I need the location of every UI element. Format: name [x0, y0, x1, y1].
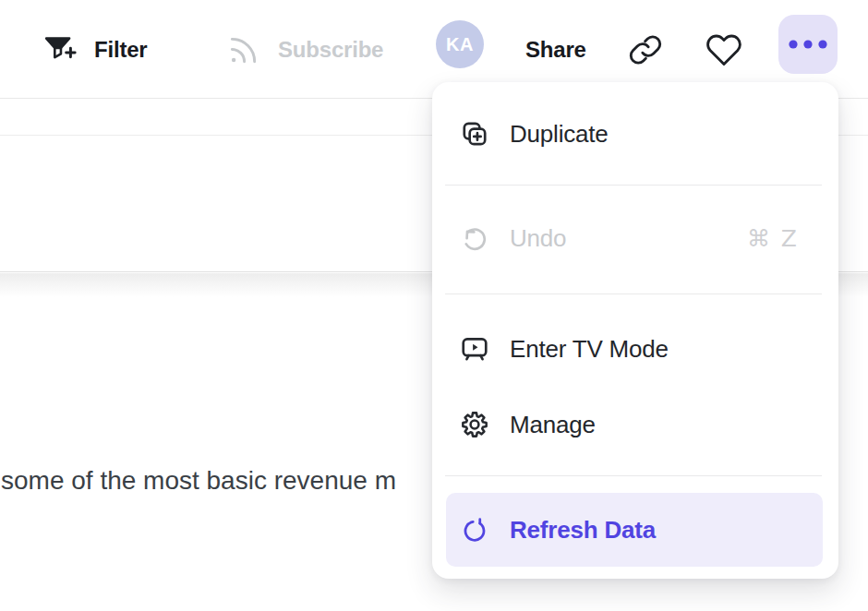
background-text: some of the most basic revenue m: [1, 464, 396, 497]
filter-button[interactable]: Filter: [42, 0, 147, 99]
menu-divider: [445, 294, 822, 294]
undo-icon: [460, 223, 489, 253]
menu-divider: [445, 185, 822, 186]
menu-item-label: Enter TV Mode: [510, 335, 669, 364]
subscribe-label: Subscribe: [278, 37, 383, 63]
filter-plus-icon: [42, 32, 78, 67]
avatar-initials: KA: [446, 34, 474, 55]
filter-label: Filter: [94, 37, 147, 63]
menu-item-manage[interactable]: Manage: [446, 387, 823, 462]
heart-icon: [705, 31, 742, 68]
refresh-icon: [460, 515, 489, 545]
menu-item-label: Refresh Data: [510, 516, 656, 545]
gear-icon: [460, 410, 489, 439]
more-options-button[interactable]: [778, 15, 838, 74]
menu-item-enter-tv-mode[interactable]: Enter TV Mode: [446, 311, 823, 387]
tv-icon: [460, 334, 489, 364]
menu-item-undo[interactable]: Undo ⌘ Z: [446, 200, 823, 276]
menu-item-duplicate[interactable]: Duplicate: [446, 96, 823, 172]
shortcut-label: ⌘ Z: [747, 225, 799, 252]
ellipsis-icon: [788, 39, 828, 50]
menu-item-label: Undo: [510, 224, 566, 253]
share-label: Share: [525, 37, 586, 63]
menu-divider: [445, 475, 822, 476]
app-window: some of the most basic revenue m Filter …: [0, 0, 868, 611]
subscribe-button[interactable]: Subscribe: [225, 0, 383, 99]
menu-item-refresh-data[interactable]: Refresh Data: [446, 493, 823, 567]
duplicate-icon: [460, 119, 489, 149]
link-icon: [628, 32, 663, 67]
avatar[interactable]: KA: [436, 20, 484, 68]
menu-item-label: Duplicate: [510, 120, 609, 149]
rss-icon: [225, 32, 260, 67]
menu-item-label: Manage: [510, 411, 596, 439]
more-options-menu: Duplicate Undo ⌘ Z Enter TV M: [432, 82, 838, 579]
